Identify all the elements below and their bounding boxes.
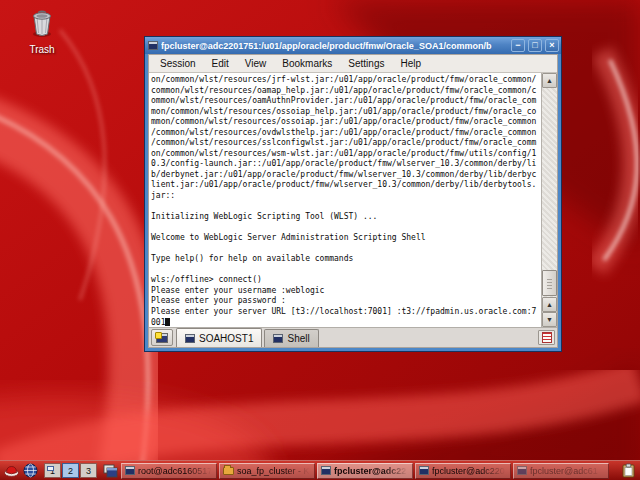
klipper-tray-button[interactable] bbox=[620, 463, 637, 479]
terminal-line: /common/wlst/resources/ovdwlsthelp.jar:/… bbox=[151, 128, 541, 139]
terminal-line: lient.jar:/u01/app/oracle/product/fmw/wl… bbox=[151, 180, 541, 191]
folder-icon bbox=[223, 467, 234, 475]
terminal-line: Please enter your server URL [t3://local… bbox=[151, 307, 541, 318]
task-label: fpcluster@adc220 bbox=[432, 466, 507, 476]
desktop-icon-trash[interactable]: Trash bbox=[14, 8, 70, 55]
terminal-line bbox=[151, 223, 541, 234]
konsole-tab-icon bbox=[185, 334, 195, 343]
terminal-line: Please enter your username :weblogic bbox=[151, 286, 541, 297]
tabs-container: SOAHOST1Shell bbox=[176, 328, 321, 347]
browser-launcher-button[interactable] bbox=[22, 463, 39, 479]
scrollbar-track[interactable] bbox=[542, 88, 557, 297]
konsole-icon bbox=[419, 466, 429, 475]
show-desktop-button[interactable] bbox=[102, 463, 119, 479]
task-button[interactable]: root@adc6160517 bbox=[121, 463, 217, 479]
menu-item-edit[interactable]: Edit bbox=[204, 56, 237, 71]
menu-item-settings[interactable]: Settings bbox=[340, 56, 392, 71]
trash-label: Trash bbox=[14, 44, 70, 55]
text-cursor bbox=[165, 318, 170, 326]
konsole-icon bbox=[125, 466, 135, 475]
terminal-line bbox=[151, 244, 541, 255]
terminal-line: b/derbynet.jar:/u01/app/oracle/product/f… bbox=[151, 170, 541, 181]
terminal-line: /common/wlst/resources/sslconfigwlst.jar… bbox=[151, 138, 541, 149]
terminal-line: jar:: bbox=[151, 191, 541, 202]
terminal-line: on/common/wlst/resources/jrf-wlst.jar:/u… bbox=[151, 75, 541, 86]
task-button[interactable]: fpcluster@adc22 bbox=[317, 463, 413, 479]
terminal-cursor-line: 001 bbox=[151, 318, 541, 327]
pager-window-preview bbox=[47, 466, 54, 471]
minimize-button[interactable]: − bbox=[511, 39, 525, 52]
task-label: fpcluster@adc22 bbox=[334, 466, 409, 476]
pager-desktop-3[interactable]: 3 bbox=[80, 463, 97, 478]
desktop-pager: 123 bbox=[44, 463, 97, 478]
terminal-line bbox=[151, 265, 541, 276]
session-list-icon bbox=[542, 332, 552, 343]
close-button[interactable]: × bbox=[545, 39, 559, 52]
menu-item-help[interactable]: Help bbox=[392, 56, 429, 71]
pager-label: 3 bbox=[86, 466, 91, 476]
show-desktop-icon bbox=[103, 464, 118, 478]
tab-label: SOAHOST1 bbox=[199, 333, 253, 344]
konsole-tab-icon bbox=[273, 334, 283, 343]
pager-label: 2 bbox=[68, 466, 73, 476]
terminal-line: ommon/wlst/resources/oamAuthnProvider.ja… bbox=[151, 96, 541, 107]
scrollbar-thumb[interactable] bbox=[542, 270, 557, 296]
konsole-icon bbox=[321, 466, 331, 475]
session-list-button[interactable] bbox=[538, 330, 555, 345]
terminal-line: wls:/offline> connect() bbox=[151, 275, 541, 286]
clipboard-icon bbox=[622, 463, 635, 478]
window-title: fpcluster@adc2201751:/u01/app/oracle/pro… bbox=[161, 41, 508, 51]
terminal-line: Type help() for help on available comman… bbox=[151, 254, 541, 265]
konsole-icon bbox=[517, 466, 527, 475]
terminal-line: mon/common/wlst/resources/ossoiap_help.j… bbox=[151, 107, 541, 118]
tab-soahost1[interactable]: SOAHOST1 bbox=[176, 328, 262, 347]
terminal-line bbox=[151, 202, 541, 213]
terminal-area: on/common/wlst/resources/jrf-wlst.jar:/u… bbox=[149, 73, 557, 327]
tab-bar: SOAHOST1Shell bbox=[149, 327, 557, 347]
terminal-line: common/wlst/resources/oamap_help.jar:/u0… bbox=[151, 86, 541, 97]
window-body: SessionEditViewBookmarksSettingsHelp on/… bbox=[148, 54, 558, 348]
globe-icon bbox=[23, 463, 38, 478]
scroll-up-icon[interactable]: ▲ bbox=[542, 73, 557, 88]
terminal-line: on/common/wlst/resources/wsm-wlst.jar:/u… bbox=[151, 149, 541, 160]
task-button[interactable]: fpcluster@adc61 bbox=[513, 463, 609, 479]
menu-item-bookmarks[interactable]: Bookmarks bbox=[274, 56, 340, 71]
new-session-icon bbox=[156, 333, 168, 343]
scroll-up-icon-bottom[interactable]: ▲ bbox=[542, 297, 557, 312]
maximize-button[interactable]: □ bbox=[528, 39, 542, 52]
konsole-window: fpcluster@adc2201751:/u01/app/oracle/pro… bbox=[144, 36, 562, 352]
terminal-line: Welcome to WebLogic Server Administratio… bbox=[151, 233, 541, 244]
tab-shell[interactable]: Shell bbox=[264, 329, 318, 347]
pager-desktop-1[interactable]: 1 bbox=[44, 463, 61, 478]
terminal-line: mmon/common/wlst/resources/ossoiap.jar:/… bbox=[151, 117, 541, 128]
menu-bar: SessionEditViewBookmarksSettingsHelp bbox=[149, 55, 557, 73]
pager-desktop-2[interactable]: 2 bbox=[62, 463, 79, 478]
launcher-menu-button[interactable] bbox=[3, 463, 20, 479]
task-label: root@adc6160517 bbox=[138, 466, 213, 476]
menu-item-session[interactable]: Session bbox=[152, 56, 204, 71]
task-label: soa_fp_cluster - K bbox=[237, 466, 311, 476]
new-session-button[interactable] bbox=[151, 329, 173, 346]
konsole-window-icon bbox=[148, 41, 158, 50]
trash-icon bbox=[27, 8, 57, 38]
terminal-cursor-text: 001 bbox=[151, 318, 165, 327]
desktop: Trash fpcluster@adc2201751:/u01/app/orac… bbox=[0, 0, 640, 480]
terminal-output[interactable]: on/common/wlst/resources/jrf-wlst.jar:/u… bbox=[149, 73, 541, 327]
task-button[interactable]: fpcluster@adc220 bbox=[415, 463, 511, 479]
taskbar: 123 root@adc6160517soa_fp_cluster - Kfpc… bbox=[0, 460, 640, 480]
menu-item-view[interactable]: View bbox=[237, 56, 275, 71]
red-hat-icon bbox=[4, 464, 19, 478]
window-titlebar[interactable]: fpcluster@adc2201751:/u01/app/oracle/pro… bbox=[145, 37, 561, 54]
task-label: fpcluster@adc61 bbox=[530, 466, 605, 476]
terminal-line: Initializing WebLogic Scripting Tool (WL… bbox=[151, 212, 541, 223]
task-button-list: root@adc6160517soa_fp_cluster - Kfpclust… bbox=[121, 463, 618, 479]
task-button[interactable]: soa_fp_cluster - K bbox=[219, 463, 315, 479]
tab-label: Shell bbox=[287, 333, 309, 344]
terminal-line: Please enter your password : bbox=[151, 296, 541, 307]
scroll-down-icon[interactable]: ▼ bbox=[542, 312, 557, 327]
scrollbar[interactable]: ▲ ▲ ▼ bbox=[541, 73, 557, 327]
terminal-line: 0.3/config-launch.jar::/u01/app/oracle/p… bbox=[151, 159, 541, 170]
